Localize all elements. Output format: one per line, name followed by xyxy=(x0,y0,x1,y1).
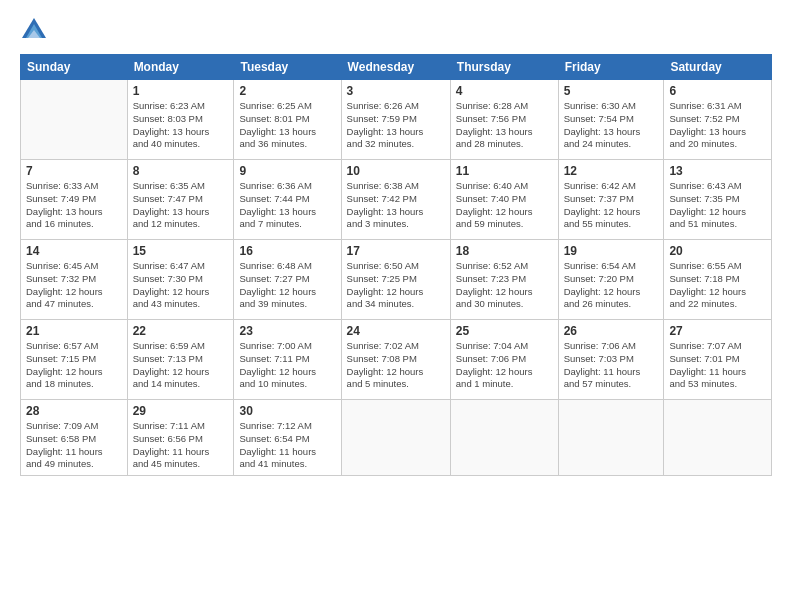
day-number: 19 xyxy=(564,244,659,258)
day-cell: 26Sunrise: 7:06 AMSunset: 7:03 PMDayligh… xyxy=(558,320,664,400)
day-number: 4 xyxy=(456,84,553,98)
day-number: 10 xyxy=(347,164,445,178)
day-cell: 8Sunrise: 6:35 AMSunset: 7:47 PMDaylight… xyxy=(127,160,234,240)
header-day-saturday: Saturday xyxy=(664,55,772,80)
day-cell: 6Sunrise: 6:31 AMSunset: 7:52 PMDaylight… xyxy=(664,80,772,160)
day-cell xyxy=(558,400,664,476)
day-info: Sunrise: 6:38 AMSunset: 7:42 PMDaylight:… xyxy=(347,180,445,231)
day-info: Sunrise: 6:54 AMSunset: 7:20 PMDaylight:… xyxy=(564,260,659,311)
day-cell: 9Sunrise: 6:36 AMSunset: 7:44 PMDaylight… xyxy=(234,160,341,240)
day-number: 13 xyxy=(669,164,766,178)
day-info: Sunrise: 6:55 AMSunset: 7:18 PMDaylight:… xyxy=(669,260,766,311)
day-number: 23 xyxy=(239,324,335,338)
day-cell: 24Sunrise: 7:02 AMSunset: 7:08 PMDayligh… xyxy=(341,320,450,400)
day-cell: 12Sunrise: 6:42 AMSunset: 7:37 PMDayligh… xyxy=(558,160,664,240)
day-number: 9 xyxy=(239,164,335,178)
logo-icon xyxy=(20,16,48,44)
day-cell: 16Sunrise: 6:48 AMSunset: 7:27 PMDayligh… xyxy=(234,240,341,320)
day-number: 26 xyxy=(564,324,659,338)
header-day-tuesday: Tuesday xyxy=(234,55,341,80)
day-info: Sunrise: 7:02 AMSunset: 7:08 PMDaylight:… xyxy=(347,340,445,391)
day-cell: 17Sunrise: 6:50 AMSunset: 7:25 PMDayligh… xyxy=(341,240,450,320)
day-cell: 27Sunrise: 7:07 AMSunset: 7:01 PMDayligh… xyxy=(664,320,772,400)
week-row-2: 14Sunrise: 6:45 AMSunset: 7:32 PMDayligh… xyxy=(21,240,772,320)
day-cell: 11Sunrise: 6:40 AMSunset: 7:40 PMDayligh… xyxy=(450,160,558,240)
day-info: Sunrise: 6:40 AMSunset: 7:40 PMDaylight:… xyxy=(456,180,553,231)
day-cell: 23Sunrise: 7:00 AMSunset: 7:11 PMDayligh… xyxy=(234,320,341,400)
header-day-monday: Monday xyxy=(127,55,234,80)
page: SundayMondayTuesdayWednesdayThursdayFrid… xyxy=(0,0,792,612)
day-number: 30 xyxy=(239,404,335,418)
day-info: Sunrise: 6:50 AMSunset: 7:25 PMDaylight:… xyxy=(347,260,445,311)
day-number: 27 xyxy=(669,324,766,338)
day-number: 3 xyxy=(347,84,445,98)
header-day-friday: Friday xyxy=(558,55,664,80)
day-number: 12 xyxy=(564,164,659,178)
day-cell: 25Sunrise: 7:04 AMSunset: 7:06 PMDayligh… xyxy=(450,320,558,400)
day-info: Sunrise: 6:43 AMSunset: 7:35 PMDaylight:… xyxy=(669,180,766,231)
day-info: Sunrise: 7:00 AMSunset: 7:11 PMDaylight:… xyxy=(239,340,335,391)
day-cell xyxy=(341,400,450,476)
day-cell: 2Sunrise: 6:25 AMSunset: 8:01 PMDaylight… xyxy=(234,80,341,160)
day-info: Sunrise: 6:47 AMSunset: 7:30 PMDaylight:… xyxy=(133,260,229,311)
day-info: Sunrise: 6:48 AMSunset: 7:27 PMDaylight:… xyxy=(239,260,335,311)
day-cell: 13Sunrise: 6:43 AMSunset: 7:35 PMDayligh… xyxy=(664,160,772,240)
day-info: Sunrise: 6:25 AMSunset: 8:01 PMDaylight:… xyxy=(239,100,335,151)
day-number: 22 xyxy=(133,324,229,338)
day-number: 5 xyxy=(564,84,659,98)
day-number: 29 xyxy=(133,404,229,418)
day-info: Sunrise: 6:31 AMSunset: 7:52 PMDaylight:… xyxy=(669,100,766,151)
day-cell: 20Sunrise: 6:55 AMSunset: 7:18 PMDayligh… xyxy=(664,240,772,320)
day-info: Sunrise: 6:57 AMSunset: 7:15 PMDaylight:… xyxy=(26,340,122,391)
day-number: 28 xyxy=(26,404,122,418)
day-info: Sunrise: 7:12 AMSunset: 6:54 PMDaylight:… xyxy=(239,420,335,471)
day-number: 16 xyxy=(239,244,335,258)
day-cell: 10Sunrise: 6:38 AMSunset: 7:42 PMDayligh… xyxy=(341,160,450,240)
day-number: 20 xyxy=(669,244,766,258)
header-day-thursday: Thursday xyxy=(450,55,558,80)
day-cell: 1Sunrise: 6:23 AMSunset: 8:03 PMDaylight… xyxy=(127,80,234,160)
day-number: 21 xyxy=(26,324,122,338)
day-number: 7 xyxy=(26,164,122,178)
header xyxy=(20,16,772,44)
header-row: SundayMondayTuesdayWednesdayThursdayFrid… xyxy=(21,55,772,80)
day-cell xyxy=(664,400,772,476)
day-info: Sunrise: 7:07 AMSunset: 7:01 PMDaylight:… xyxy=(669,340,766,391)
day-info: Sunrise: 6:45 AMSunset: 7:32 PMDaylight:… xyxy=(26,260,122,311)
header-day-sunday: Sunday xyxy=(21,55,128,80)
day-info: Sunrise: 6:52 AMSunset: 7:23 PMDaylight:… xyxy=(456,260,553,311)
day-info: Sunrise: 6:35 AMSunset: 7:47 PMDaylight:… xyxy=(133,180,229,231)
day-number: 17 xyxy=(347,244,445,258)
calendar: SundayMondayTuesdayWednesdayThursdayFrid… xyxy=(20,54,772,476)
day-cell: 4Sunrise: 6:28 AMSunset: 7:56 PMDaylight… xyxy=(450,80,558,160)
day-cell: 21Sunrise: 6:57 AMSunset: 7:15 PMDayligh… xyxy=(21,320,128,400)
day-cell: 22Sunrise: 6:59 AMSunset: 7:13 PMDayligh… xyxy=(127,320,234,400)
day-cell: 14Sunrise: 6:45 AMSunset: 7:32 PMDayligh… xyxy=(21,240,128,320)
day-number: 25 xyxy=(456,324,553,338)
day-number: 6 xyxy=(669,84,766,98)
day-info: Sunrise: 6:36 AMSunset: 7:44 PMDaylight:… xyxy=(239,180,335,231)
day-cell: 15Sunrise: 6:47 AMSunset: 7:30 PMDayligh… xyxy=(127,240,234,320)
day-number: 8 xyxy=(133,164,229,178)
day-info: Sunrise: 6:42 AMSunset: 7:37 PMDaylight:… xyxy=(564,180,659,231)
day-info: Sunrise: 6:28 AMSunset: 7:56 PMDaylight:… xyxy=(456,100,553,151)
day-cell: 5Sunrise: 6:30 AMSunset: 7:54 PMDaylight… xyxy=(558,80,664,160)
week-row-1: 7Sunrise: 6:33 AMSunset: 7:49 PMDaylight… xyxy=(21,160,772,240)
week-row-4: 28Sunrise: 7:09 AMSunset: 6:58 PMDayligh… xyxy=(21,400,772,476)
day-cell: 19Sunrise: 6:54 AMSunset: 7:20 PMDayligh… xyxy=(558,240,664,320)
day-cell xyxy=(450,400,558,476)
header-day-wednesday: Wednesday xyxy=(341,55,450,80)
day-info: Sunrise: 7:06 AMSunset: 7:03 PMDaylight:… xyxy=(564,340,659,391)
day-cell: 29Sunrise: 7:11 AMSunset: 6:56 PMDayligh… xyxy=(127,400,234,476)
day-info: Sunrise: 6:59 AMSunset: 7:13 PMDaylight:… xyxy=(133,340,229,391)
day-info: Sunrise: 6:23 AMSunset: 8:03 PMDaylight:… xyxy=(133,100,229,151)
day-number: 14 xyxy=(26,244,122,258)
day-cell xyxy=(21,80,128,160)
day-number: 24 xyxy=(347,324,445,338)
week-row-0: 1Sunrise: 6:23 AMSunset: 8:03 PMDaylight… xyxy=(21,80,772,160)
day-info: Sunrise: 6:33 AMSunset: 7:49 PMDaylight:… xyxy=(26,180,122,231)
day-number: 1 xyxy=(133,84,229,98)
day-number: 2 xyxy=(239,84,335,98)
day-number: 18 xyxy=(456,244,553,258)
week-row-3: 21Sunrise: 6:57 AMSunset: 7:15 PMDayligh… xyxy=(21,320,772,400)
